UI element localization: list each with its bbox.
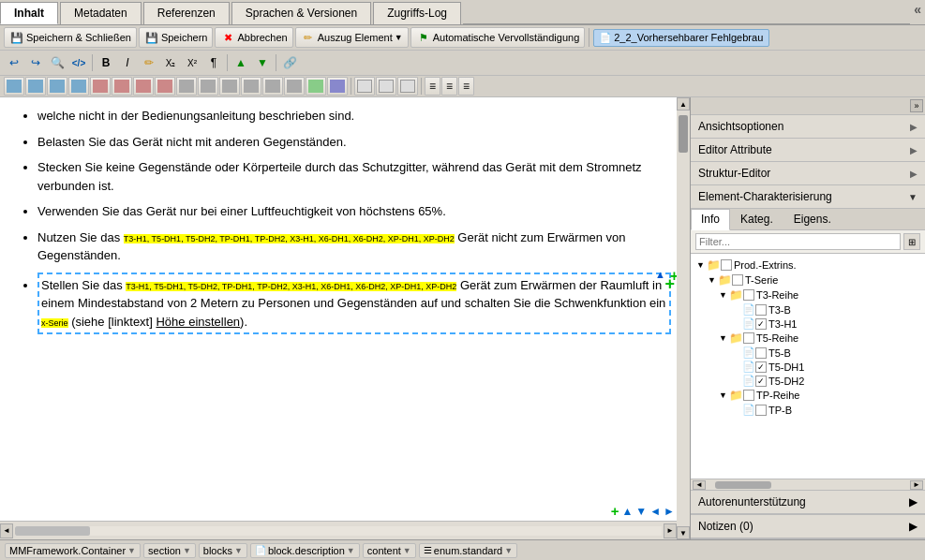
filter-icon-btn[interactable]: ⊞	[903, 233, 920, 250]
bottom-right-icon[interactable]: ►	[664, 505, 675, 518]
status-mmframework[interactable]: MMFramework.Container ▼	[5, 543, 141, 558]
char-tab-info[interactable]: Info	[691, 209, 730, 230]
status-blocks[interactable]: blocks ▼	[199, 543, 247, 558]
scroll-up-btn[interactable]: ▲	[677, 97, 690, 111]
color-button[interactable]: ✏	[139, 52, 159, 73]
h-scroll-left[interactable]: ◄	[0, 523, 13, 538]
block-btn-1[interactable]	[4, 77, 24, 96]
tree-checkbox-t5dh2[interactable]: ✓	[755, 376, 767, 387]
block-btn-11[interactable]	[219, 77, 240, 96]
char-tab-kateg[interactable]: Kateg.	[730, 209, 783, 229]
block-btn-10[interactable]	[198, 77, 218, 96]
block-btn-6[interactable]	[112, 77, 132, 96]
doc-tab[interactable]: 📄 2_2_Vorhersehbarer Fehlgebrau...	[593, 29, 769, 47]
search-button[interactable]: 🔍	[47, 52, 67, 73]
h-scroll-right[interactable]: ►	[664, 523, 677, 538]
save-button[interactable]: 💾 Speichern	[139, 27, 214, 48]
block-btn-15[interactable]	[306, 77, 326, 96]
align-left-button[interactable]: ≡	[425, 77, 440, 96]
block-btn-3[interactable]	[47, 77, 67, 96]
editor-content[interactable]: welche nicht in der Bedienungsanleitung …	[0, 97, 690, 539]
filter-input[interactable]	[695, 233, 901, 250]
tree-checkbox-tserie[interactable]	[732, 274, 743, 286]
tab-referenzen[interactable]: Referenzen	[143, 2, 230, 24]
tree-item-tserie[interactable]: ▼ 📁 T-Serie	[694, 273, 921, 287]
subscript-button[interactable]: X₂	[160, 52, 181, 73]
right-add-icon[interactable]: +	[664, 274, 675, 294]
move-up-button[interactable]: ▲	[231, 52, 251, 73]
tree-checkbox-t5b[interactable]	[755, 347, 767, 359]
char-tab-eigens[interactable]: Eigens.	[783, 209, 842, 229]
tree-checkbox-t3b[interactable]	[755, 304, 767, 316]
link-button[interactable]: 🔗	[279, 52, 300, 73]
save-close-button[interactable]: 💾 Speichern & Schließen	[4, 27, 137, 48]
tree-item-t3b[interactable]: ▼ 📄 T3-B	[694, 302, 921, 317]
block-btn-8[interactable]	[155, 77, 175, 96]
tree-checkbox-t3h1[interactable]: ✓	[755, 318, 767, 330]
tree-checkbox-tpb[interactable]	[755, 405, 767, 416]
status-section[interactable]: section ▼	[143, 543, 196, 558]
bold-button[interactable]: B	[96, 52, 116, 73]
block-btn-19[interactable]	[397, 77, 418, 96]
italic-button[interactable]: I	[117, 52, 138, 73]
editor-attribute-header[interactable]: Editor Attribute ▶	[691, 139, 925, 161]
tree-checkbox-t3reihe[interactable]	[743, 289, 754, 301]
element-char-header[interactable]: Element-Charakterisierung ▼	[691, 185, 925, 209]
tab-inhalt[interactable]: Inhalt	[0, 2, 58, 24]
move-down-button[interactable]: ▼	[252, 52, 273, 73]
undo-button[interactable]: ↩	[4, 52, 24, 73]
tree-item-t5b[interactable]: ▼ 📄 T5-B	[694, 346, 921, 360]
tree-h-scroll-left[interactable]: ◄	[693, 480, 706, 490]
block-btn-17[interactable]	[354, 77, 375, 96]
tree-item-t3reihe[interactable]: ▼ 📁 T3-Reihe	[694, 287, 921, 302]
struktur-editor-header[interactable]: Struktur-Editor ▶	[691, 162, 925, 184]
tree-checkbox-prod[interactable]	[721, 259, 732, 271]
tree-checkbox-t5dh1[interactable]: ✓	[755, 361, 767, 373]
block-btn-12[interactable]	[241, 77, 261, 96]
hoehe-link[interactable]: Höhe einstellen	[156, 315, 240, 329]
bottom-add-icon[interactable]: +	[611, 503, 619, 519]
autorenunterstuetzung-header[interactable]: Autorenunterstützung ▶	[691, 491, 925, 514]
ansichtsoptionen-header[interactable]: Ansichtsoptionen ▶	[691, 115, 925, 138]
tree-item-tpb[interactable]: ▼ 📄 TP-B	[694, 403, 921, 417]
superscript-button[interactable]: X²	[182, 52, 202, 73]
tag-button[interactable]: </>	[68, 52, 89, 73]
tree-checkbox-t5reihe[interactable]	[743, 332, 754, 344]
tree-container[interactable]: ▼ 📁 Prod.-Extrins. ▼ 📁 T-Serie ▼	[691, 254, 925, 479]
collapse-panel-btn[interactable]: «	[910, 0, 925, 24]
block-btn-7[interactable]	[133, 77, 154, 96]
status-block-desc[interactable]: 📄 block.description ▼	[250, 543, 360, 558]
scroll-down-btn[interactable]: ▼	[677, 526, 690, 539]
extract-button[interactable]: ✏ Auszug Element ▼	[295, 27, 409, 48]
block-btn-14[interactable]	[284, 77, 305, 96]
move-up-corner-icon[interactable]: ▲	[655, 267, 665, 283]
tree-item-tpreihe[interactable]: ▼ 📁 TP-Reihe	[694, 388, 921, 403]
block-btn-2[interactable]	[25, 77, 46, 96]
bottom-down-icon[interactable]: ▼	[635, 505, 647, 518]
bottom-left-icon[interactable]: ◄	[649, 505, 661, 518]
block-btn-9[interactable]	[176, 77, 197, 96]
notizen-header[interactable]: Notizen (0) ▶	[691, 515, 925, 538]
block-btn-16[interactable]	[327, 77, 348, 96]
tree-item-prod[interactable]: ▼ 📁 Prod.-Extrins.	[694, 258, 921, 273]
tree-checkbox-tpreihe[interactable]	[743, 390, 754, 401]
pilcrow-button[interactable]: ¶	[203, 52, 224, 73]
cancel-button[interactable]: ✖ Abbrechen	[215, 27, 292, 48]
autocomplete-button[interactable]: ⚑ Automatische Vervollständigung	[410, 27, 586, 48]
status-content[interactable]: content ▼	[363, 543, 416, 558]
status-enum[interactable]: ☰ enum.standard ▼	[419, 543, 517, 558]
redo-button[interactable]: ↪	[25, 52, 46, 73]
block-btn-13[interactable]	[262, 77, 283, 96]
collapse-right-btn[interactable]: »	[910, 99, 923, 112]
align-right-button[interactable]: ≡	[458, 77, 474, 96]
bottom-up-icon[interactable]: ▲	[621, 505, 633, 518]
tab-metadaten[interactable]: Metadaten	[60, 2, 142, 24]
align-center-button[interactable]: ≡	[441, 77, 457, 96]
tree-h-scroll-right[interactable]: ►	[910, 480, 923, 490]
tab-zugriffs[interactable]: Zugriffs-Log	[373, 2, 461, 24]
block-btn-5[interactable]	[90, 77, 111, 96]
tree-item-t5dh2[interactable]: ▼ 📄 ✓ T5-DH2	[694, 374, 921, 388]
tree-item-t5reihe[interactable]: ▼ 📁 T5-Reihe	[694, 331, 921, 346]
tab-sprachen[interactable]: Sprachen & Versionen	[231, 2, 371, 24]
tree-item-t3h1[interactable]: ▼ 📄 ✓ T3-H1	[694, 317, 921, 331]
